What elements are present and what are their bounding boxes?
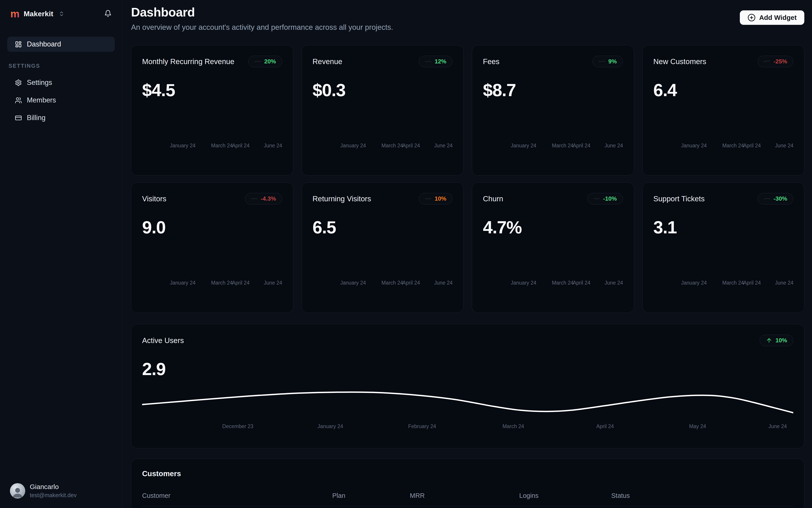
- axis-label: June 24: [264, 143, 282, 149]
- axis-label: January 24: [341, 280, 366, 286]
- sidebar-item-dashboard[interactable]: Dashboard: [7, 37, 115, 52]
- stat-card-title: Revenue: [313, 57, 343, 66]
- axis-label: January 24: [317, 423, 343, 429]
- sidebar-item-settings[interactable]: Settings: [7, 75, 115, 90]
- stat-card-value: 4.7%: [483, 217, 623, 238]
- add-widget-label: Add Widget: [759, 14, 797, 22]
- axis-label: January 24: [170, 143, 195, 149]
- trend-badge: 9%: [592, 56, 623, 67]
- trend-badge: -25%: [758, 56, 793, 67]
- stat-card-title: Active Users: [142, 336, 184, 345]
- trend-badge: 12%: [419, 56, 452, 67]
- stat-card-value: 6.4: [653, 80, 794, 100]
- workspace-switcher[interactable]: m Makerkit: [10, 9, 64, 19]
- stat-card-value: 9.0: [142, 217, 282, 238]
- trend-badge: -30%: [758, 193, 793, 205]
- axis-label: April 24: [402, 280, 420, 286]
- axis-label: June 24: [264, 280, 282, 286]
- arrow-up-icon: [593, 196, 600, 202]
- axis-label: January 24: [341, 143, 366, 149]
- x-axis-labels: December 23January 24February 24March 24…: [142, 423, 793, 430]
- sparkline-chart: [653, 238, 794, 277]
- gear-icon: [15, 79, 22, 86]
- chevron-up-down-icon: [59, 11, 64, 17]
- stat-card: Support Tickets -30% 3.1 January 24March…: [642, 182, 805, 313]
- sparkline-area: January 24March 24April 24June 24: [313, 238, 453, 302]
- sidebar-item-billing[interactable]: Billing: [7, 110, 115, 125]
- stat-card-value: 3.1: [653, 217, 794, 238]
- stat-card-title: Visitors: [142, 195, 167, 203]
- axis-label: April 24: [232, 143, 250, 149]
- arrow-up-icon: [599, 58, 605, 65]
- stat-card-title: Churn: [483, 195, 503, 203]
- axis-label: April 24: [573, 143, 590, 149]
- column-header-plan: Plan: [332, 492, 410, 499]
- sparkline-area: January 24March 24April 24June 24: [142, 238, 282, 302]
- stat-card-title: New Customers: [653, 57, 707, 66]
- x-axis-labels: January 24March 24April 24June 24: [142, 280, 282, 286]
- axis-label: January 24: [170, 280, 195, 286]
- page-header: Dashboard An overview of your account's …: [131, 5, 804, 32]
- stat-card-value: 2.9: [142, 359, 793, 379]
- page-title: Dashboard: [131, 5, 393, 19]
- arrow-down-icon: [764, 58, 770, 65]
- stat-card: Visitors -4.3% 9.0 January 24March 24Apr…: [131, 182, 293, 313]
- stat-card-value: $0.3: [313, 80, 453, 100]
- trend-badge: -10%: [587, 193, 623, 205]
- x-axis-labels: January 24March 24April 24June 24: [313, 280, 453, 286]
- user-name: Giancarlo: [30, 483, 77, 491]
- axis-label: April 24: [573, 280, 590, 286]
- arrow-up-icon: [766, 337, 772, 344]
- arrow-down-icon: [251, 196, 258, 202]
- customers-card: Customers CustomerPlanMRRLoginsStatus: [131, 459, 804, 508]
- axis-label: March 24: [381, 280, 403, 286]
- column-header-logins: Logins: [519, 492, 611, 499]
- x-axis-labels: January 24March 24April 24June 24: [483, 280, 623, 286]
- settings-nav: Settings Members Billing: [0, 75, 122, 125]
- axis-label: March 24: [211, 280, 233, 286]
- workspace-name: Makerkit: [24, 10, 53, 18]
- customers-table-header: CustomerPlanMRRLoginsStatus: [142, 492, 793, 506]
- avatar: [10, 483, 25, 499]
- axis-label: June 24: [775, 143, 794, 149]
- sparkline-area: January 24March 24April 24June 24: [313, 100, 453, 165]
- axis-label: June 24: [434, 143, 453, 149]
- stat-card-title: Monthly Recurring Revenue: [142, 57, 234, 66]
- column-header-status: Status: [611, 492, 793, 499]
- stat-card: Returning Visitors 10% 6.5 January 24Mar…: [302, 182, 464, 313]
- user-email: test@makerkit.dev: [30, 492, 77, 499]
- sparkline-chart: [142, 100, 282, 140]
- axis-label: March 24: [502, 423, 524, 429]
- stat-card-value: $8.7: [483, 80, 623, 100]
- column-header-customer: Customer: [142, 492, 332, 499]
- user-menu[interactable]: Giancarlo test@makerkit.dev: [0, 475, 122, 508]
- axis-label: April 24: [596, 423, 614, 429]
- stat-card: New Customers -25% 6.4 January 24March 2…: [642, 45, 805, 176]
- stat-card: Churn -10% 4.7% January 24March 24April …: [472, 182, 634, 313]
- x-axis-labels: January 24March 24April 24June 24: [313, 143, 453, 149]
- sparkline-area: January 24March 24April 24June 24: [653, 238, 794, 302]
- stat-card-value: $4.5: [142, 80, 282, 100]
- notifications-button[interactable]: [104, 10, 111, 18]
- sidebar-item-members[interactable]: Members: [7, 92, 115, 108]
- sparkline-area: January 24March 24April 24June 24: [653, 100, 794, 165]
- axis-label: January 24: [681, 280, 707, 286]
- sparkline-area: January 24March 24April 24June 24: [142, 100, 282, 165]
- menu-lines-icon: [425, 196, 432, 202]
- add-widget-button[interactable]: Add Widget: [740, 10, 804, 25]
- axis-label: March 24: [552, 143, 574, 149]
- axis-label: June 24: [434, 280, 453, 286]
- sparkline-area: January 24March 24April 24June 24: [483, 100, 623, 165]
- makerkit-logo-icon: m: [10, 9, 19, 19]
- stat-card-title: Fees: [483, 57, 499, 66]
- x-axis-labels: January 24March 24April 24June 24: [653, 143, 794, 149]
- sparkline-chart: [313, 238, 453, 277]
- arrow-up-icon: [255, 58, 261, 65]
- x-axis-labels: January 24March 24April 24June 24: [653, 280, 794, 286]
- axis-label: January 24: [681, 143, 707, 149]
- sparkline-chart: [142, 238, 282, 277]
- axis-label: January 24: [511, 143, 536, 149]
- trend-badge: 20%: [249, 56, 282, 67]
- axis-label: April 24: [232, 280, 250, 286]
- axis-label: March 24: [722, 280, 744, 286]
